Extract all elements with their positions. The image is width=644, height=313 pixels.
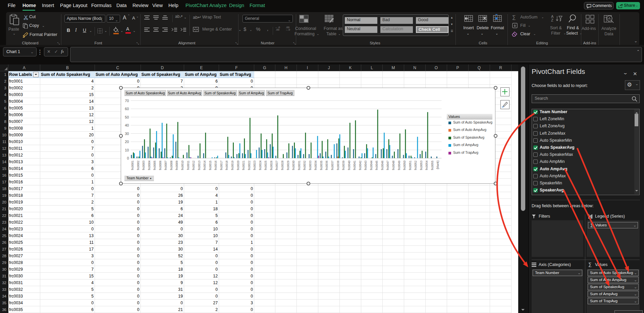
svg-text:frc0028: frc0028 xyxy=(281,161,284,170)
svg-text:(blank): (blank) xyxy=(436,161,439,169)
svg-text:frc0051: frc0051 xyxy=(409,161,412,170)
svg-text:frc0054: frc0054 xyxy=(425,161,428,170)
svg-text:frc0017: frc0017 xyxy=(220,161,223,170)
svg-text:20: 20 xyxy=(125,140,129,144)
svg-text:frc0027: frc0027 xyxy=(275,161,278,170)
svg-text:frc0039: frc0039 xyxy=(342,161,345,170)
svg-text:frc0018: frc0018 xyxy=(225,161,228,170)
svg-text:frc0005: frc0005 xyxy=(153,161,156,170)
svg-text:frc0004: frc0004 xyxy=(148,161,151,170)
svg-text:frc0050: frc0050 xyxy=(403,161,406,170)
svg-text:frc0033: frc0033 xyxy=(309,161,312,170)
svg-text:frc0052: frc0052 xyxy=(414,161,417,170)
svg-text:frc0003: frc0003 xyxy=(142,161,145,170)
svg-text:frc0046: frc0046 xyxy=(381,161,384,170)
svg-text:frc0043: frc0043 xyxy=(364,161,367,170)
svg-text:frc0012: frc0012 xyxy=(192,161,195,170)
svg-text:frc0032: frc0032 xyxy=(303,161,306,170)
svg-text:frc0002: frc0002 xyxy=(137,161,140,170)
svg-text:frc0048: frc0048 xyxy=(392,161,395,170)
svg-text:frc0029: frc0029 xyxy=(286,161,290,170)
svg-text:frc0049: frc0049 xyxy=(397,161,401,170)
svg-text:frc0045: frc0045 xyxy=(375,161,378,170)
svg-text:frc0031: frc0031 xyxy=(298,161,301,170)
svg-text:frc0019: frc0019 xyxy=(231,161,234,170)
svg-text:frc0042: frc0042 xyxy=(359,161,362,170)
svg-text:frc0007: frc0007 xyxy=(164,161,167,170)
svg-text:frc0008: frc0008 xyxy=(170,161,173,170)
svg-text:60: 60 xyxy=(125,107,129,111)
svg-text:frc0026: frc0026 xyxy=(270,161,273,170)
svg-text:frc0009: frc0009 xyxy=(175,161,178,170)
svg-text:frc0010: frc0010 xyxy=(181,161,184,170)
svg-text:frc0011: frc0011 xyxy=(186,161,190,170)
svg-text:frc0053: frc0053 xyxy=(420,161,423,170)
svg-text:frc0044: frc0044 xyxy=(370,161,373,170)
svg-text:40: 40 xyxy=(125,123,129,127)
svg-text:frc0016: frc0016 xyxy=(214,161,217,170)
svg-text:frc0047: frc0047 xyxy=(386,161,389,170)
svg-text:frc0006: frc0006 xyxy=(159,161,162,170)
svg-text:0: 0 xyxy=(127,156,129,160)
svg-text:frc0036: frc0036 xyxy=(325,161,328,170)
svg-text:frc0030: frc0030 xyxy=(292,161,295,170)
svg-text:frc0013: frc0013 xyxy=(198,161,201,170)
svg-text:frc0014: frc0014 xyxy=(203,161,206,170)
svg-text:frc0055: frc0055 xyxy=(431,161,434,170)
svg-text:70: 70 xyxy=(125,99,129,103)
svg-text:frc0022: frc0022 xyxy=(248,161,251,170)
svg-text:frc0035: frc0035 xyxy=(320,161,323,170)
svg-text:frc0025: frc0025 xyxy=(264,161,267,170)
svg-text:frc0040: frc0040 xyxy=(347,161,351,170)
svg-text:frc0024: frc0024 xyxy=(259,161,262,170)
svg-text:frc0001: frc0001 xyxy=(131,161,134,170)
svg-text:frc0021: frc0021 xyxy=(242,161,245,170)
svg-text:frc0023: frc0023 xyxy=(253,161,256,170)
svg-text:10: 10 xyxy=(125,148,129,152)
svg-text:frc0041: frc0041 xyxy=(353,161,356,170)
svg-text:frc0015: frc0015 xyxy=(209,161,212,170)
svg-text:frc0020: frc0020 xyxy=(236,161,240,170)
svg-text:frc0034: frc0034 xyxy=(314,161,317,170)
svg-text:frc0037: frc0037 xyxy=(331,161,334,170)
svg-text:30: 30 xyxy=(125,132,129,136)
svg-text:50: 50 xyxy=(125,115,129,119)
svg-text:frc0038: frc0038 xyxy=(336,161,340,170)
